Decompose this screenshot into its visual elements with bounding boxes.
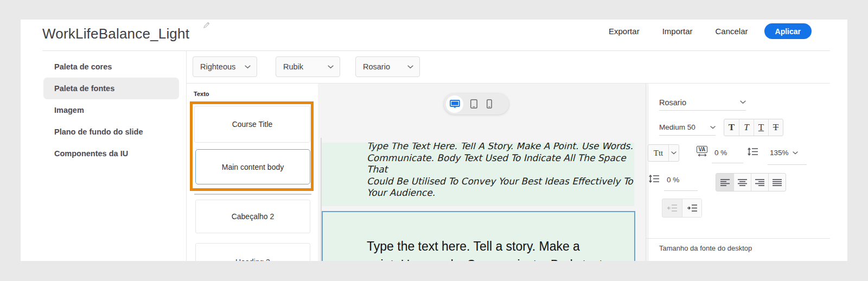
- paragraph-spacing-input[interactable]: 0 %: [667, 176, 679, 184]
- line-height-underline: [768, 164, 807, 165]
- paragraph-spacing-underline: [664, 190, 698, 191]
- edit-title-icon[interactable]: [203, 22, 210, 29]
- font-style-size-select[interactable]: Medium 50: [659, 119, 716, 136]
- tablet-icon: [470, 99, 477, 108]
- chevron-down-icon: [793, 151, 798, 155]
- format-panel-footer-divider: [646, 238, 830, 239]
- font-picker-body-value: Rosario: [363, 62, 390, 71]
- phone-icon: [487, 99, 492, 108]
- indent-icon: [687, 205, 697, 212]
- italic-button[interactable]: T: [739, 119, 754, 136]
- font-picker-subheading[interactable]: Rubik: [276, 56, 340, 77]
- sidebar-item-componentes-iu[interactable]: Componentes da IU: [43, 143, 179, 164]
- text-style-buttons: T T T T: [724, 119, 783, 136]
- paragraph-spacing-icon: [649, 175, 659, 183]
- align-justify-icon: [773, 179, 782, 186]
- chevron-down-icon: [740, 100, 746, 104]
- chevron-down-icon: [407, 65, 413, 69]
- desktop-device-button[interactable]: [446, 95, 463, 113]
- alignment-buttons: [716, 173, 786, 191]
- chevron-down-icon: [328, 65, 334, 69]
- line-height-icon: [748, 148, 758, 156]
- editor-card: WorkLifeBalance_Light Exportar Importar …: [21, 20, 847, 261]
- preview-italic-line: Could Be Utilised To Convey Your Best Id…: [367, 176, 634, 188]
- preview-body-block-selected[interactable]: Type the text here. Tell a story. Make a…: [322, 211, 635, 261]
- tracking-input-underline: [712, 163, 743, 163]
- desktop-font-size-label: Tamanho da fonte do desktop: [659, 244, 752, 252]
- texto-section-label: Texto: [194, 91, 209, 97]
- align-right-button[interactable]: [751, 174, 768, 191]
- preview-subtitle-block[interactable]: Type The Text Here. Tell A Story. Make A…: [322, 143, 634, 206]
- sidebar: Paleta de cores Paleta de fontes Imagem …: [43, 56, 179, 164]
- align-center-icon: [738, 179, 747, 186]
- chevron-down-icon: [710, 126, 716, 129]
- font-picker-heading-value: Righteous: [200, 62, 235, 71]
- chevron-down-icon: [245, 65, 251, 69]
- phone-device-button[interactable]: [487, 99, 492, 108]
- format-panel-divider: [646, 84, 646, 261]
- font-picker-heading[interactable]: Righteous: [193, 56, 257, 77]
- font-picker-subheading-value: Rubik: [283, 62, 303, 71]
- theme-editor: WorkLifeBalance_Light Exportar Importar …: [0, 0, 868, 281]
- letter-case-chevron[interactable]: [668, 145, 679, 161]
- tracking-value-input[interactable]: 0 %: [714, 149, 727, 157]
- font-family-select[interactable]: Rosario: [659, 94, 746, 111]
- style-item-main-content-body[interactable]: Main content body: [195, 149, 310, 184]
- strikethrough-button[interactable]: T: [768, 119, 783, 136]
- aplicar-button[interactable]: Aplicar: [764, 23, 812, 39]
- style-item-cabecalho-2[interactable]: Cabeçalho 2: [195, 200, 310, 233]
- outdent-button[interactable]: [662, 199, 682, 217]
- outdent-icon: [667, 205, 677, 212]
- tablet-device-button[interactable]: [470, 99, 477, 108]
- device-toggle: [444, 93, 509, 114]
- underline-button[interactable]: T: [754, 119, 768, 136]
- chevron-down-icon: [671, 151, 676, 155]
- preview-body-line: Type the text here. Tell a story. Make a: [367, 237, 634, 256]
- exportar-button[interactable]: Exportar: [609, 27, 640, 36]
- sidebar-item-plano-de-fundo[interactable]: Plano de fundo do slide: [43, 121, 179, 143]
- align-center-button[interactable]: [733, 174, 751, 191]
- letter-case-button[interactable]: Ttt: [648, 144, 679, 162]
- align-left-button[interactable]: [716, 174, 733, 191]
- preview-body-line: point. Use words. Communicate. Body text: [367, 256, 634, 261]
- bold-button[interactable]: T: [724, 119, 739, 136]
- indent-button[interactable]: [682, 199, 701, 217]
- align-right-icon: [755, 179, 764, 186]
- tracking-icon: VA: [695, 146, 709, 157]
- style-list-divider: [194, 194, 311, 195]
- preview-panel: Type The Text Here. Tell A Story. Make A…: [318, 84, 649, 261]
- importar-button[interactable]: Importar: [662, 27, 693, 36]
- header-actions: Exportar Importar Cancelar Aplicar: [609, 23, 812, 39]
- preview-italic-line: Type The Text Here. Tell A Story. Make A…: [367, 143, 634, 152]
- line-height-select[interactable]: 135%: [770, 149, 798, 157]
- sidebar-item-imagem[interactable]: Imagem: [43, 99, 179, 121]
- cancelar-button[interactable]: Cancelar: [716, 27, 748, 36]
- preview-italic-line: Communicate. Body Text Used To Indicate …: [367, 152, 634, 176]
- tracking-arrow-icon: [698, 154, 707, 157]
- sidebar-item-paleta-de-cores[interactable]: Paleta de cores: [43, 56, 179, 78]
- style-item-heading-3[interactable]: Heading 3: [195, 243, 310, 261]
- page-title: WorkLifeBalance_Light: [42, 25, 189, 42]
- align-left-icon: [720, 179, 730, 186]
- font-picker-body[interactable]: Rosario: [355, 56, 420, 77]
- align-justify-button[interactable]: [768, 174, 786, 191]
- desktop-icon: [450, 100, 460, 108]
- sidebar-item-paleta-de-fontes[interactable]: Paleta de fontes: [43, 78, 179, 99]
- style-item-course-title[interactable]: Course Title: [194, 106, 310, 143]
- preview-italic-line: Your Audience.: [367, 187, 634, 199]
- letter-case-label: Ttt: [648, 145, 668, 161]
- header-divider: [42, 50, 830, 51]
- indent-buttons: [662, 199, 702, 218]
